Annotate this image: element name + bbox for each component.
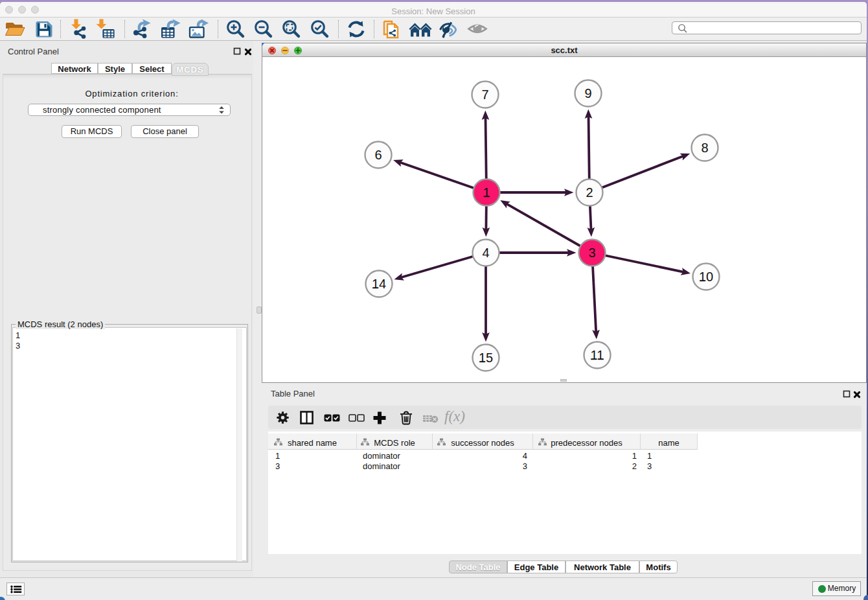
svg-text:7: 7 [481,87,488,102]
svg-text:3: 3 [588,246,595,260]
svg-text:1: 1 [483,185,490,200]
svg-text:11: 11 [591,348,604,362]
svg-text:6: 6 [374,148,382,162]
svg-text:8: 8 [701,141,708,155]
svg-text:4: 4 [482,246,489,260]
svg-text:9: 9 [584,86,591,100]
svg-text:10: 10 [699,270,713,284]
svg-text:2: 2 [586,185,593,200]
svg-text:14: 14 [372,277,386,291]
svg-text:15: 15 [479,351,493,365]
